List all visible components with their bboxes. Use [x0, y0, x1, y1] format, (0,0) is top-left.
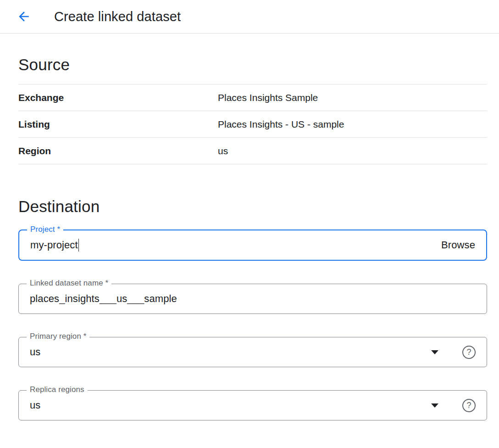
- chevron-down-icon[interactable]: [431, 350, 438, 354]
- region-label: Region: [18, 146, 218, 157]
- page-header: Create linked dataset: [0, 0, 499, 34]
- table-row: Region us: [18, 138, 487, 164]
- create-linked-dataset-page: Create linked dataset Source Exchange Pl…: [0, 0, 499, 448]
- chevron-down-icon[interactable]: [431, 403, 438, 408]
- listing-value: Places Insights - US - sample: [218, 119, 344, 130]
- table-row: Listing Places Insights - US - sample: [18, 111, 487, 138]
- linked-dataset-name-value[interactable]: places_insights___us___sample: [30, 293, 177, 305]
- listing-label: Listing: [18, 119, 218, 130]
- primary-region-label: Primary region *: [27, 332, 89, 341]
- destination-heading: Destination: [18, 197, 487, 216]
- source-heading: Source: [18, 56, 487, 74]
- exchange-value: Places Insights Sample: [218, 92, 318, 103]
- arrow-back-icon: [17, 9, 31, 24]
- source-info-table: Exchange Places Insights Sample Listing …: [18, 84, 487, 164]
- page-content: Source Exchange Places Insights Sample L…: [0, 56, 499, 420]
- help-icon[interactable]: ?: [462, 399, 476, 412]
- project-input-value[interactable]: my-project: [30, 239, 78, 251]
- primary-region-select[interactable]: Primary region * us ?: [18, 337, 487, 367]
- replica-regions-value: us: [30, 399, 40, 411]
- help-icon[interactable]: ?: [462, 346, 476, 359]
- project-field[interactable]: Project * my-project Browse: [18, 230, 487, 261]
- replica-regions-label: Replica regions: [27, 385, 88, 394]
- linked-dataset-name-label: Linked dataset name *: [27, 279, 111, 288]
- page-title: Create linked dataset: [54, 9, 181, 24]
- primary-region-value: us: [30, 346, 40, 358]
- back-button[interactable]: [15, 7, 33, 26]
- table-row: Exchange Places Insights Sample: [18, 84, 487, 111]
- linked-dataset-name-field[interactable]: Linked dataset name * places_insights___…: [18, 284, 487, 314]
- project-field-label: Project *: [27, 225, 63, 234]
- region-value: us: [218, 146, 228, 157]
- browse-button[interactable]: Browse: [441, 239, 475, 251]
- replica-regions-select[interactable]: Replica regions us ?: [18, 390, 487, 420]
- exchange-label: Exchange: [18, 92, 218, 103]
- text-cursor: [78, 239, 79, 252]
